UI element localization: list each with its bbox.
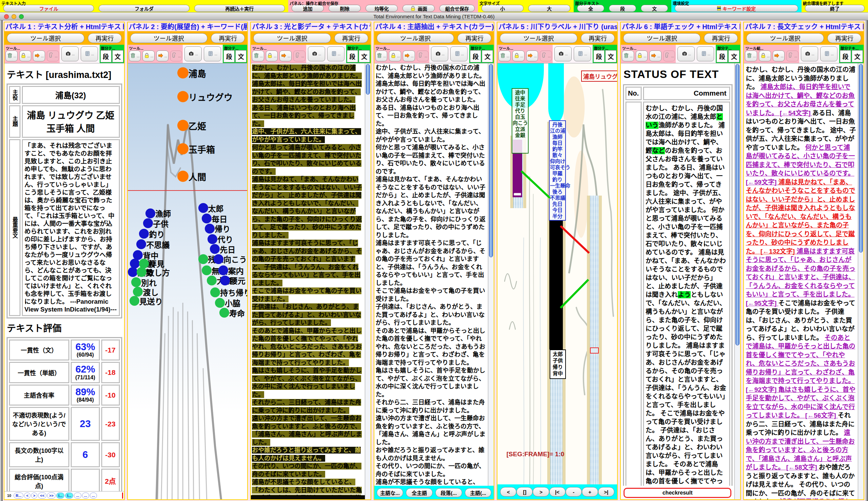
scrollbar[interactable]	[365, 63, 371, 499]
arrow-tool-button[interactable]: ...	[403, 51, 415, 61]
sentence-unit-button[interactable]: 文	[235, 50, 246, 62]
mini-nav-button[interactable]: ...	[90, 492, 97, 499]
river-nav-button[interactable]: -	[565, 487, 582, 497]
keyword-dot[interactable]	[177, 143, 189, 154]
keyword-dot[interactable]	[137, 267, 147, 277]
subject-nav-button[interactable]: 段落(...	[435, 488, 462, 497]
equalize-button[interactable]: 均等化	[366, 5, 398, 12]
trash-tool-button[interactable]: ...	[129, 51, 141, 61]
minimize-window-button[interactable]	[11, 14, 16, 19]
arrow-tool-button[interactable]: ...	[279, 51, 292, 61]
camera-tool-button[interactable]: ...	[554, 46, 572, 61]
checkresult-button[interactable]: checkresult	[624, 488, 732, 498]
keyword-dot[interactable]	[210, 287, 220, 297]
scrollbar-thumb[interactable]	[489, 64, 493, 257]
mini-nav-button[interactable]: ...	[74, 492, 81, 499]
close-window-button[interactable]	[4, 14, 9, 19]
tool-select-button[interactable]: ツール選択	[746, 33, 824, 43]
keyword-dot[interactable]	[143, 218, 153, 228]
save-combination-button[interactable]: 組合せ保存	[440, 5, 475, 12]
trash-tool-button[interactable]: ...	[622, 51, 634, 61]
mini-nav-button[interactable]: I...	[56, 492, 64, 499]
keyword-dot[interactable]	[220, 276, 230, 285]
scrollbar[interactable]	[734, 63, 740, 499]
mini-nav-button[interactable]: >	[31, 492, 37, 499]
sentence-unit-button[interactable]: 文	[728, 50, 740, 62]
doc-tool-button[interactable]: ...	[81, 46, 98, 61]
keyword-dot[interactable]	[128, 267, 138, 277]
keyword-dot[interactable]	[131, 277, 141, 287]
river-nav-button[interactable]: <	[500, 487, 516, 497]
river-nav-button[interactable]: >|	[598, 487, 614, 497]
mini-nav-button[interactable]: <	[24, 492, 30, 499]
paragraph-unit-button[interactable]: 段	[593, 50, 605, 62]
screen-lock-button[interactable]: 画面	[402, 5, 435, 12]
mini-nav-button[interactable]: ...	[82, 492, 89, 499]
rerun-button[interactable]: 再実行	[88, 33, 122, 43]
river-nav-button[interactable]: |<	[549, 487, 565, 497]
trash-tool-button[interactable]: ...	[375, 51, 388, 61]
rerun-button[interactable]: 再実行	[581, 33, 615, 43]
lock-tool-button[interactable]: ...	[636, 51, 648, 61]
paragraph-unit-button[interactable]: 段	[840, 50, 851, 62]
zoom-window-button[interactable]	[19, 14, 24, 19]
tool-select-button[interactable]: ツール選択	[253, 33, 331, 43]
camera-tool-button[interactable]: ...	[677, 46, 695, 61]
doc-tool-button[interactable]: ...	[697, 46, 714, 61]
arrow-tool-button[interactable]: ...	[156, 51, 169, 61]
scrollbar[interactable]	[488, 63, 494, 499]
sentence-unit-button[interactable]: 文	[112, 50, 124, 62]
keyword-dot[interactable]	[215, 298, 225, 308]
keyword-dot[interactable]	[146, 209, 155, 218]
rerun-button[interactable]: 再実行	[457, 33, 491, 43]
lock-tool-button[interactable]: ...	[266, 51, 278, 61]
trash-tool-button[interactable]: ...	[745, 51, 757, 61]
rerun-button[interactable]: 再実行	[211, 33, 245, 43]
tool-select-button[interactable]: ツール選択	[623, 33, 701, 43]
doc-tool-button[interactable]: ...	[450, 46, 468, 61]
keyword-dot[interactable]	[219, 308, 229, 318]
keyword-dot[interactable]	[202, 214, 212, 223]
scrollbar-thumb[interactable]	[366, 64, 370, 95]
subject-nav-button[interactable]: 全主語	[406, 488, 433, 497]
doc-tool-button[interactable]: ...	[574, 46, 591, 61]
river-nav-button[interactable]: >	[533, 487, 549, 497]
mini-nav-button[interactable]: <<	[38, 492, 46, 499]
lock-tool-button[interactable]: ...	[142, 51, 155, 61]
tool-select-button[interactable]: ツール選択	[7, 33, 84, 43]
keyword-dot[interactable]	[136, 239, 146, 249]
doc-tool-button[interactable]: ...	[327, 46, 345, 61]
keyword-dot[interactable]	[218, 265, 228, 275]
camera-tool-button[interactable]: ...	[801, 46, 818, 61]
sentence-unit-button[interactable]: 文	[359, 50, 370, 62]
scrollbar-thumb[interactable]	[735, 64, 740, 345]
scrollbar[interactable]	[858, 63, 864, 499]
reload-execute-button[interactable]: 再読込＋実行	[194, 5, 285, 12]
keyword-dot[interactable]	[198, 203, 208, 213]
folder-button[interactable]: フォルダ	[99, 5, 189, 12]
tool-select-button[interactable]: ツール選択	[377, 33, 454, 43]
paragraph-unit-button[interactable]: 段	[100, 50, 112, 62]
lock-tool-button[interactable]: ...	[759, 51, 771, 61]
part-paragraph-button[interactable]: 段	[609, 5, 636, 12]
sentence-unit-button[interactable]: 文	[605, 50, 616, 62]
paragraph-unit-button[interactable]: 段	[347, 50, 358, 62]
keyword-dot[interactable]	[202, 265, 212, 275]
keyword-dot[interactable]	[210, 244, 220, 254]
mini-nav-button[interactable]: I...	[65, 492, 73, 499]
keyword-dot[interactable]	[139, 229, 149, 239]
keyword-dot[interactable]	[214, 254, 223, 264]
keyword-dot[interactable]	[208, 234, 217, 244]
paragraph-unit-button[interactable]: 段	[223, 50, 235, 62]
keyword-dot[interactable]	[177, 67, 189, 79]
paragraph-unit-button[interactable]: 段	[470, 50, 481, 62]
lock-tool-button[interactable]: ...	[19, 51, 32, 61]
scrollbar-thumb[interactable]	[859, 64, 863, 253]
tool-select-button[interactable]: ツール選択	[130, 33, 208, 43]
camera-tool-button[interactable]: ...	[184, 46, 202, 61]
keyword-dot[interactable]	[177, 120, 189, 131]
camera-tool-button[interactable]: ...	[308, 46, 325, 61]
lock-tool-button[interactable]: ...	[512, 51, 525, 61]
trash-tool-button[interactable]: ...	[252, 51, 264, 61]
arrow-tool-button[interactable]: ...	[526, 51, 538, 61]
